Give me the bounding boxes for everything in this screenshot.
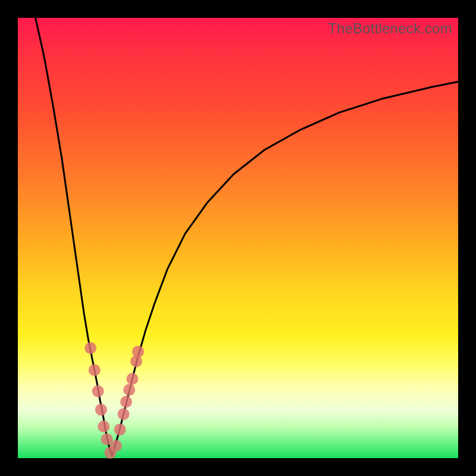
marker-point: [126, 373, 138, 385]
marker-point: [95, 404, 107, 416]
marker-point: [98, 421, 109, 433]
plot-area: TheBottleneck.com: [18, 18, 458, 458]
marker-point: [132, 346, 144, 358]
marker-point: [114, 424, 126, 436]
curve-layer: [18, 18, 458, 458]
marker-point: [89, 364, 101, 376]
marker-point: [92, 386, 104, 397]
curve-right-branch: [112, 82, 458, 456]
marker-point: [110, 440, 122, 452]
chart-frame: TheBottleneck.com: [0, 0, 476, 476]
marker-point: [84, 342, 96, 354]
marker-point: [123, 384, 135, 396]
marker-point: [120, 396, 132, 408]
marker-point: [118, 408, 130, 420]
